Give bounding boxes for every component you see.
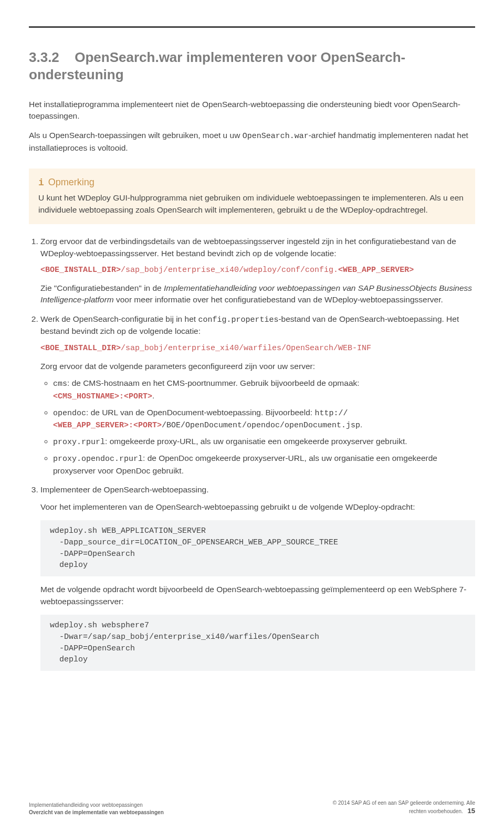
footer-left-line1: Implementatiehandleiding voor webtoepass… <box>29 802 164 809</box>
section-number: 3.3.2 <box>29 49 71 66</box>
step1-path-rest: /sap_bobj/enterprise_xi40/wdeploy/conf/c… <box>121 266 338 275</box>
bullet-cms-t1: : de CMS-hostnaam en het CMS-poortnummer… <box>67 378 360 387</box>
step-2: Werk de OpenSearch-configuratie bij in h… <box>40 313 475 477</box>
step-1: Zorg ervoor dat de verbindingsdetails va… <box>40 236 475 306</box>
footer-r2-text: rechten voorbehouden. <box>409 808 463 814</box>
step3-sub: Voor het implementeren van de OpenSearch… <box>40 501 475 513</box>
step1-after-pre: Zie "Configuratiebestanden" in de <box>40 283 164 292</box>
step1-after-post: voor meer informatie over het configurat… <box>114 295 443 304</box>
footer-left: Implementatiehandleiding voor webtoepass… <box>29 802 164 816</box>
bullet-cms-t3: . <box>152 391 154 400</box>
info-icon: i <box>38 177 44 188</box>
page-footer: Implementatiehandleiding voor webtoepass… <box>29 791 475 821</box>
step2-pre: Werk de OpenSearch-configuratie bij in h… <box>40 314 198 323</box>
step-3: Implementeer de OpenSearch-webtoepassing… <box>40 484 475 671</box>
codeblock-1: wdeploy.sh WEB_APPLICATION_SERVER -Dapp_… <box>40 520 475 576</box>
bullet-opendoc: opendoc: de URL van de OpenDocument-webt… <box>53 407 475 432</box>
step3-mid: Met de volgende opdracht wordt bijvoorbe… <box>40 584 475 607</box>
step1-path-var2: <WEB_APP_SERVER> <box>338 266 414 275</box>
bullet-proxy-code: proxy.rpurl <box>53 438 105 447</box>
step2-path-var: <BOE_INSTALL_DIR> <box>40 344 121 353</box>
note-text: U kunt het WDeploy GUI-hulpprogramma nie… <box>38 192 466 216</box>
para-2: Als u OpenSearch-toepassingen wilt gebru… <box>29 130 475 154</box>
step1-path: <BOE_INSTALL_DIR>/sap_bobj/enterprise_xi… <box>40 265 475 276</box>
footer-r1-text: 2014 SAP AG of een aan SAP gelieerde ond… <box>338 800 475 806</box>
page-number: 15 <box>468 807 475 815</box>
note-box: iOpmerking U kunt het WDeploy GUI-hulppr… <box>29 169 475 224</box>
ordered-steps: Zorg ervoor dat de verbindingsdetails va… <box>29 236 475 678</box>
bullet-cms: cms: de CMS-hostnaam en het CMS-poortnum… <box>53 377 475 403</box>
intro-paragraph: Het installatieprogramma implementeert n… <box>29 99 475 122</box>
codeblock-2: wdeploy.sh websphere7 -Dwar=/sap/sap_bob… <box>40 615 475 671</box>
inline-code-opensearchwar: OpenSearch.war <box>243 132 309 141</box>
step2-path-rest: /sap_bobj/enterprise_xi40/warfiles/OpenS… <box>121 344 371 353</box>
step1-path-var1: <BOE_INSTALL_DIR> <box>40 266 121 275</box>
bullet-cms-fmt: <CMS_HOSTNAME>:<PORT> <box>53 392 152 401</box>
bullet-opendoc-pathrest: /BOE/OpenDocument/opendoc/openDocument.j… <box>162 421 360 430</box>
section-title-l2: ondersteuning <box>29 67 124 82</box>
step3-title: Implementeer de OpenSearch-webtoepassing… <box>40 485 209 494</box>
bullet-proxyopendoc-code: proxy.opendoc.rpurl <box>53 455 143 464</box>
footer-right-line1: ©2014 SAP AG of een aan SAP gelieerde on… <box>333 799 475 807</box>
bullet-opendoc-code: opendoc <box>53 409 86 418</box>
step2-path: <BOE_INSTALL_DIR>/sap_bobj/enterprise_xi… <box>40 343 475 354</box>
para2-pre: Als u OpenSearch-toepassingen wilt gebru… <box>29 131 243 140</box>
bullet-proxy-t1: : omgekeerde proxy-URL, als uw organisat… <box>105 437 407 446</box>
footer-left-line2: Overzicht van de implementatie van webto… <box>29 809 164 816</box>
bullet-proxyopendoc: proxy.opendoc.rpurl: de OpenDoc omgekeer… <box>53 452 475 477</box>
bullet-cms-code: cms <box>53 380 67 388</box>
note-title: iOpmerking <box>38 177 466 188</box>
step2-bullets: cms: de CMS-hostnaam en het CMS-poortnum… <box>40 377 475 477</box>
top-rule <box>29 26 475 28</box>
footer-right-line2: rechten voorbehouden. 15 <box>333 806 475 816</box>
bullet-opendoc-server: <WEB_APP_SERVER>:<PORT> <box>53 421 162 430</box>
section-title-l1: OpenSearch.war implementeren voor OpenSe… <box>75 49 405 65</box>
step2-params-intro: Zorg ervoor dat de volgende parameters g… <box>40 362 315 371</box>
step2-code: config.properties <box>198 315 278 324</box>
bullet-opendoc-http: http:// <box>314 409 348 418</box>
bullet-opendoc-t1: : de URL van de OpenDocument-webtoepassi… <box>86 408 314 417</box>
bullet-opendoc-t5: . <box>360 420 362 429</box>
step1-text: Zorg ervoor dat de verbindingsdetails va… <box>40 237 456 257</box>
note-label: Opmerking <box>48 177 94 187</box>
copyright-icon: © <box>333 799 337 807</box>
bullet-proxy: proxy.rpurl: omgekeerde proxy-URL, als u… <box>53 436 475 448</box>
document-page: 3.3.2 OpenSearch.war implementeren voor … <box>0 0 504 821</box>
section-heading: 3.3.2 OpenSearch.war implementeren voor … <box>29 49 475 83</box>
footer-right: ©2014 SAP AG of een aan SAP gelieerde on… <box>333 799 475 816</box>
